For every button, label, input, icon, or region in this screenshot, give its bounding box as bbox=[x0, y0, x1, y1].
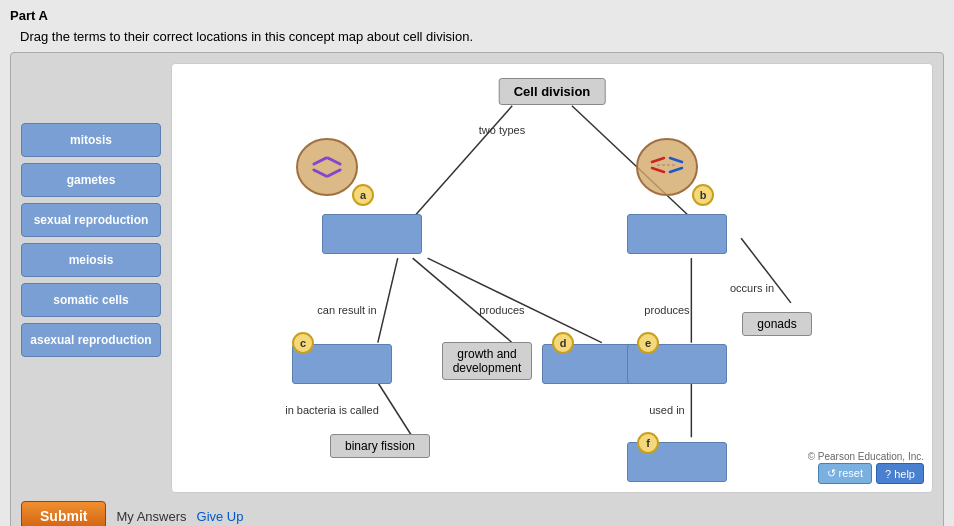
circle-label-c: c bbox=[292, 332, 314, 354]
instructions: Drag the terms to their correct location… bbox=[10, 29, 944, 44]
term-asexual-reproduction[interactable]: asexual reproduction bbox=[21, 323, 161, 357]
give-up-link[interactable]: Give Up bbox=[197, 509, 244, 524]
main-container: mitosis gametes sexual reproduction meio… bbox=[10, 52, 944, 526]
help-button[interactable]: ? help bbox=[876, 463, 924, 484]
circle-label-a: a bbox=[352, 184, 374, 206]
bottom-bar: Submit My Answers Give Up bbox=[21, 501, 933, 526]
submit-button[interactable]: Submit bbox=[21, 501, 106, 526]
circle-label-e: e bbox=[637, 332, 659, 354]
drop-box-a[interactable] bbox=[322, 214, 422, 254]
circle-label-d: d bbox=[552, 332, 574, 354]
svg-line-2 bbox=[378, 258, 398, 343]
used-in-label: used in bbox=[627, 404, 707, 416]
produces-label-right: produces bbox=[632, 304, 702, 316]
map-controls: ↺ reset ? help bbox=[818, 463, 925, 484]
drop-box-b[interactable] bbox=[627, 214, 727, 254]
in-bacteria-label: in bacteria is called bbox=[272, 404, 392, 416]
svg-line-0 bbox=[413, 106, 513, 218]
occurs-in-label: occurs in bbox=[717, 282, 787, 294]
content-area: mitosis gametes sexual reproduction meio… bbox=[21, 63, 933, 493]
cell-division-node: Cell division bbox=[499, 78, 606, 105]
term-somatic-cells[interactable]: somatic cells bbox=[21, 283, 161, 317]
term-gametes[interactable]: gametes bbox=[21, 163, 161, 197]
circle-label-f: f bbox=[637, 432, 659, 454]
binary-fission-box: binary fission bbox=[330, 434, 430, 458]
reset-button[interactable]: ↺ reset bbox=[818, 463, 873, 484]
copyright: © Pearson Education, Inc. bbox=[808, 451, 924, 462]
term-sexual-reproduction[interactable]: sexual reproduction bbox=[21, 203, 161, 237]
terms-sidebar: mitosis gametes sexual reproduction meio… bbox=[21, 63, 161, 493]
two-types-label: two types bbox=[462, 124, 542, 136]
term-mitosis[interactable]: mitosis bbox=[21, 123, 161, 157]
circle-label-b: b bbox=[692, 184, 714, 206]
produces-label-left: produces bbox=[467, 304, 537, 316]
my-answers-label: My Answers bbox=[116, 509, 186, 524]
concept-map: Cell division two types bbox=[171, 63, 933, 493]
gonads-box: gonads bbox=[742, 312, 812, 336]
svg-line-4 bbox=[428, 258, 602, 343]
can-result-in-label: can result in bbox=[302, 304, 392, 316]
svg-line-3 bbox=[413, 258, 513, 343]
growth-dev-box: growth and development bbox=[442, 342, 532, 380]
part-label: Part A bbox=[10, 8, 944, 23]
term-meiosis[interactable]: meiosis bbox=[21, 243, 161, 277]
